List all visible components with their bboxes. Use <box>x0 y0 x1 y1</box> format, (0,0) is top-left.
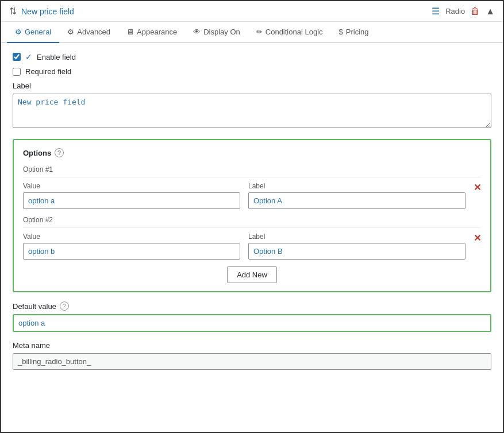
default-value-label: Default value ? <box>13 301 491 311</box>
meta-name-input[interactable] <box>13 353 491 370</box>
option-1-value-input[interactable] <box>23 192 240 209</box>
default-value-section: Default value ? <box>13 301 491 332</box>
tab-general[interactable]: ⚙ General <box>7 22 59 43</box>
option-1-fields: Value Label ✕ <box>23 182 481 209</box>
display-on-tab-label: Display On <box>203 28 240 36</box>
option-2-label-input[interactable] <box>248 243 465 260</box>
option-group-2: Option #2 Value Label ✕ <box>23 216 481 260</box>
option-2-value-field: Value <box>23 233 240 260</box>
window-title: New price field <box>21 7 74 16</box>
option-1-delete-button[interactable]: ✕ <box>474 182 481 196</box>
trash-icon[interactable]: 🗑 <box>471 6 480 17</box>
options-help-icon[interactable]: ? <box>55 148 64 157</box>
option-2-value-label: Value <box>23 233 240 241</box>
general-tab-icon: ⚙ <box>15 28 22 36</box>
option-2-number: Option #2 <box>23 216 481 228</box>
option-2-delete-button[interactable]: ✕ <box>474 233 481 247</box>
default-value-input[interactable] <box>13 314 491 332</box>
title-bar-right: ☰ Radio 🗑 ▲ <box>432 6 495 17</box>
enable-checkmark-icon: ✓ <box>25 52 32 61</box>
option-2-fields: Value Label ✕ <box>23 233 481 260</box>
option-1-value-label: Value <box>23 182 240 190</box>
appearance-tab-icon: 🖥 <box>126 28 134 36</box>
appearance-tab-label: Appearance <box>137 28 177 36</box>
advanced-tab-label: Advanced <box>77 28 110 36</box>
tab-appearance[interactable]: 🖥 Appearance <box>118 22 185 43</box>
default-value-label-text: Default value <box>13 302 56 311</box>
advanced-tab-icon: ⚙ <box>67 28 74 36</box>
label-field-input[interactable]: New price field <box>13 94 491 128</box>
option-1-value-field: Value <box>23 182 240 209</box>
list-icon: ☰ <box>432 6 440 17</box>
enable-field-label: Enable field <box>37 53 76 61</box>
tab-advanced[interactable]: ⚙ Advanced <box>59 22 118 43</box>
option-2-label-label: Label <box>248 233 465 241</box>
required-field-label: Required field <box>25 67 71 76</box>
required-field-checkbox[interactable] <box>13 68 21 76</box>
conditional-logic-tab-label: Conditional Logic <box>266 28 323 36</box>
options-section: Options ? Option #1 Value Label ✕ <box>13 139 491 292</box>
label-field-group: Label New price field <box>13 82 491 130</box>
option-group-1: Option #1 Value Label ✕ <box>23 165 481 209</box>
meta-name-section: Meta name <box>13 341 491 370</box>
conditional-logic-tab-icon: ✏ <box>256 28 263 36</box>
title-bar-left: ⇅ New price field <box>9 6 74 17</box>
option-1-label-label: Label <box>248 182 465 190</box>
enable-field-checkbox[interactable] <box>13 53 21 61</box>
option-1-label-input[interactable] <box>248 192 465 209</box>
tab-bar: ⚙ General ⚙ Advanced 🖥 Appearance 👁 Disp… <box>1 22 503 43</box>
display-on-tab-icon: 👁 <box>193 28 201 36</box>
chevron-up-icon[interactable]: ▲ <box>486 6 495 17</box>
add-new-button[interactable]: Add New <box>227 266 277 283</box>
option-2-value-input[interactable] <box>23 243 240 260</box>
option-1-label-field: Label <box>248 182 465 209</box>
option-1-number: Option #1 <box>23 165 481 177</box>
options-title: Options <box>23 149 51 157</box>
options-header: Options ? <box>23 148 481 157</box>
sort-icon: ⇅ <box>9 6 17 17</box>
label-field-label: Label <box>13 82 491 90</box>
enable-field-row: ✓ Enable field <box>13 52 491 61</box>
tab-pricing[interactable]: $ Pricing <box>331 22 377 43</box>
tab-conditional-logic[interactable]: ✏ Conditional Logic <box>248 22 331 43</box>
tab-display-on[interactable]: 👁 Display On <box>185 22 248 43</box>
required-field-row: Required field <box>13 67 491 76</box>
option-2-delete-icon: ✕ <box>474 233 481 243</box>
default-value-help-icon[interactable]: ? <box>60 301 69 311</box>
title-bar: ⇅ New price field ☰ Radio 🗑 ▲ <box>1 1 503 22</box>
content-area: ✓ Enable field Required field Label New … <box>1 43 503 432</box>
option-1-delete-icon: ✕ <box>474 182 481 193</box>
meta-name-label: Meta name <box>13 341 491 350</box>
general-tab-label: General <box>25 28 51 36</box>
option-2-label-field: Label <box>248 233 465 260</box>
pricing-tab-icon: $ <box>339 28 343 36</box>
main-window: ⇅ New price field ☰ Radio 🗑 ▲ ⚙ General … <box>0 0 504 433</box>
field-type-label: Radio <box>445 7 465 16</box>
pricing-tab-label: Pricing <box>346 28 369 36</box>
